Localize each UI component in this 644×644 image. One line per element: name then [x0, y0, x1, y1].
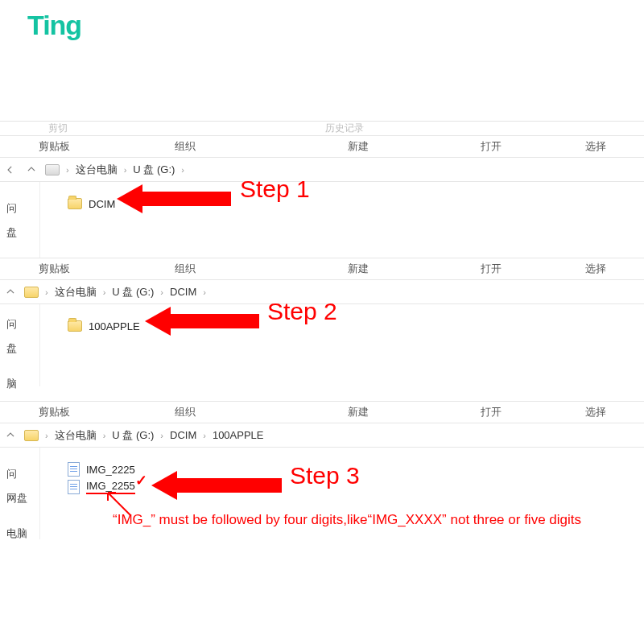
explorer-panel-2: 剪贴板 组织 新建 打开 选择 › 这台电脑 › U 盘 (G:) › DCIM…	[0, 258, 644, 401]
chevron-right-icon: ›	[103, 287, 106, 297]
tab-open[interactable]: 打开	[435, 139, 547, 154]
sidebar: 问 盘	[0, 182, 40, 258]
crumb-100apple[interactable]: 100APPLE	[213, 429, 264, 441]
sidebar-item[interactable]: 盘	[0, 221, 39, 245]
crumb-dcim[interactable]: DCIM	[170, 286, 196, 298]
ribbon-tabs: 剪贴板 组织 新建 打开 选择	[0, 135, 644, 158]
drive-icon	[45, 164, 60, 175]
ghost-left: 剪切	[48, 122, 68, 135]
sidebar-item[interactable]: 问	[0, 462, 39, 486]
file-row[interactable]: IMG_2255	[68, 478, 644, 496]
tab-select[interactable]: 选择	[547, 139, 644, 154]
ribbon-tabs: 剪贴板 组织 新建 打开 选择	[0, 258, 644, 280]
tab-select[interactable]: 选择	[547, 262, 644, 276]
ghost-row: 剪切 历史记录	[0, 121, 644, 135]
tab-open[interactable]: 打开	[435, 262, 547, 276]
file-label: IMG_2225	[86, 464, 135, 476]
crumb-udrive[interactable]: U 盘 (G:)	[133, 163, 175, 177]
sidebar-item[interactable]: 盘	[0, 336, 39, 361]
tab-open[interactable]: 打开	[435, 405, 547, 419]
file-row[interactable]: IMG_2225	[68, 460, 644, 478]
folder-100apple[interactable]: 100APPLE	[68, 317, 644, 335]
file-label: IMG_2255	[86, 480, 135, 494]
crumb-this-pc[interactable]: 这台电脑	[55, 285, 97, 299]
chevron-right-icon: ›	[66, 165, 69, 175]
crumb-udrive[interactable]: U 盘 (G:)	[112, 428, 154, 443]
tab-new[interactable]: 新建	[282, 405, 435, 419]
chevron-right-icon: ›	[181, 165, 184, 175]
nav-up-icon[interactable]	[3, 428, 18, 443]
sidebar-item[interactable]: 电脑	[0, 522, 39, 546]
tab-clipboard[interactable]: 剪贴板	[0, 139, 89, 154]
nav-up-icon[interactable]	[3, 285, 18, 299]
tab-organize[interactable]: 组织	[89, 405, 282, 419]
sidebar-item[interactable]: 问	[0, 196, 39, 221]
folder-icon	[24, 430, 39, 441]
tab-clipboard[interactable]: 剪贴板	[0, 405, 89, 419]
tab-organize[interactable]: 组织	[89, 262, 282, 276]
breadcrumb: › 这台电脑 › U 盘 (G:) › DCIM › 100APPLE	[0, 423, 644, 448]
chevron-right-icon: ›	[160, 431, 163, 440]
breadcrumb: › 这台电脑 › U 盘 (G:) ›	[0, 158, 644, 182]
folder-icon	[68, 198, 82, 209]
folder-label: DCIM	[89, 198, 115, 210]
explorer-panel-1: 剪切 历史记录 剪贴板 组织 新建 打开 选择 › 这台电脑 › U 盘 (G:…	[0, 121, 644, 258]
tab-new[interactable]: 新建	[282, 139, 435, 154]
folder-dcim[interactable]: DCIM	[68, 195, 644, 213]
sidebar-item[interactable]: 网盘	[0, 486, 39, 510]
sidebar-item[interactable]: 脑	[0, 372, 39, 396]
crumb-udrive[interactable]: U 盘 (G:)	[112, 285, 154, 299]
folder-icon	[68, 320, 82, 332]
sidebar: 问 盘 脑	[0, 304, 40, 386]
tab-select[interactable]: 选择	[547, 405, 644, 419]
crumb-this-pc[interactable]: 这台电脑	[55, 428, 97, 443]
tab-new[interactable]: 新建	[282, 262, 435, 276]
folder-label: 100APPLE	[89, 320, 140, 332]
breadcrumb: › 这台电脑 › U 盘 (G:) › DCIM ›	[0, 280, 644, 304]
image-file-icon	[68, 480, 80, 494]
crumb-dcim[interactable]: DCIM	[170, 429, 196, 441]
folder-icon	[24, 287, 39, 298]
chevron-right-icon: ›	[203, 287, 206, 297]
tab-organize[interactable]: 组织	[89, 139, 282, 154]
file-list: DCIM	[40, 182, 644, 258]
sidebar-item[interactable]: 问	[0, 312, 39, 336]
crumb-this-pc[interactable]: 这台电脑	[76, 163, 118, 177]
image-file-icon	[68, 462, 80, 477]
nav-up-icon[interactable]	[24, 163, 39, 177]
ribbon-tabs: 剪贴板 组织 新建 打开 选择	[0, 401, 644, 423]
ghost-right: 历史记录	[325, 122, 364, 135]
chevron-right-icon: ›	[103, 431, 106, 440]
nav-back-icon[interactable]	[3, 163, 18, 177]
file-list: 100APPLE	[40, 304, 644, 386]
tab-clipboard[interactable]: 剪贴板	[0, 262, 89, 276]
chevron-right-icon: ›	[160, 287, 163, 297]
brand-logo: Ting	[27, 10, 81, 41]
file-list: IMG_2225 IMG_2255	[40, 448, 644, 539]
chevron-right-icon: ›	[45, 431, 48, 440]
chevron-right-icon: ›	[124, 165, 127, 175]
explorer-panel-3: 剪贴板 组织 新建 打开 选择 › 这台电脑 › U 盘 (G:) › DCIM…	[0, 401, 644, 554]
chevron-right-icon: ›	[203, 431, 206, 440]
chevron-right-icon: ›	[45, 287, 48, 297]
sidebar: 问 网盘 电脑	[0, 448, 40, 539]
